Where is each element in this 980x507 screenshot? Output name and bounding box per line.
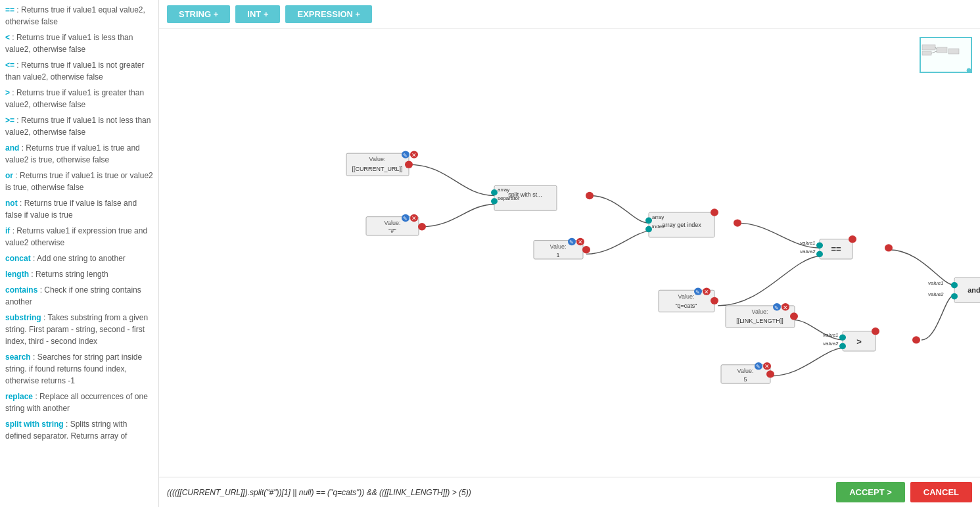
sidebar-kw-not: not [5, 199, 18, 208]
svg-point-73 [816, 242, 823, 248]
svg-text:value2: value2 [823, 341, 839, 347]
sidebar-item-lte[interactable]: <= : Returns true if value1 is not great… [5, 59, 153, 83]
svg-point-61 [790, 312, 798, 320]
bottom-buttons: ACCEPT > CANCEL [836, 482, 972, 502]
svg-text:✎: ✎ [695, 289, 700, 295]
sidebar-kw-if: if [5, 226, 10, 235]
sidebar-kw-replace: replace [5, 392, 33, 401]
svg-point-41 [645, 218, 652, 224]
sidebar-kw-eq: == [5, 5, 14, 14]
sidebar-item-if[interactable]: if : Returns value1 if expression true a… [5, 225, 153, 249]
sidebar-item-gt[interactable]: > : Returns true if value1 is greater th… [5, 87, 153, 110]
sidebar-kw-substring: substring [5, 313, 41, 322]
svg-text:[[LINK_LENGTH]]: [[LINK_LENGTH]] [736, 318, 783, 325]
sidebar-kw-length: length [5, 270, 29, 279]
sidebar-desc-gte: : Returns true if value1 is not less tha… [5, 116, 151, 137]
sidebar-desc-or: : Returns true if value1 is true or valu… [5, 171, 153, 192]
top-toolbar: STRING + INT + EXPRESSION + [159, 0, 980, 29]
svg-point-43 [645, 226, 652, 232]
svg-text:>: > [856, 337, 862, 347]
svg-text:value1: value1 [800, 240, 816, 246]
sidebar-kw-lt: < [5, 33, 10, 42]
svg-text:value2: value2 [928, 291, 944, 297]
sidebar-item-lt[interactable]: < : Returns true if value1 is less than … [5, 32, 153, 55]
svg-point-91 [951, 293, 958, 299]
sidebar-item-replace[interactable]: replace : Replace all occurrences of one… [5, 391, 153, 414]
string-add-button[interactable]: STRING + [167, 5, 230, 23]
svg-text:Value:: Value: [752, 308, 768, 315]
sidebar-item-length[interactable]: length : Returns string length [5, 268, 153, 280]
sidebar-item-gte[interactable]: >= : Returns true if value1 is not less … [5, 114, 153, 138]
svg-text:array get index: array get index [662, 222, 701, 228]
svg-text:==: == [831, 245, 841, 254]
sidebar-desc-length: : Returns string length [31, 270, 108, 279]
svg-point-22 [418, 223, 426, 230]
bottom-bar: (((([[CURRENT_URL]]).split("#"))[1] || n… [159, 477, 980, 507]
sidebar-kw-gte: >= [5, 116, 14, 125]
svg-point-80 [872, 327, 879, 335]
int-add-button[interactable]: INT + [235, 5, 280, 23]
svg-text:"#": "#" [388, 228, 396, 234]
sidebar-item-concat[interactable]: concat : Add one string to another [5, 253, 153, 264]
sidebar-item-and[interactable]: and : Returns true if value1 is true and… [5, 142, 153, 166]
svg-text:[[CURRENT_URL]]: [[CURRENT_URL]] [352, 166, 403, 172]
svg-text:5: 5 [743, 377, 747, 383]
sidebar-kw-split: split with string [5, 420, 64, 429]
sidebar-kw-or: or [5, 171, 13, 180]
sidebar-desc-lt: : Returns true if value1 is less than va… [5, 33, 133, 54]
svg-point-40 [711, 208, 718, 216]
sidebar-kw-and: and [5, 143, 19, 153]
svg-point-83 [839, 343, 846, 349]
flow-canvas: Value: [[CURRENT_URL]] ✎ ✕ Value: "#" ✎ … [159, 29, 980, 477]
svg-point-53 [711, 297, 718, 304]
svg-text:✕: ✕ [578, 239, 583, 245]
svg-text:1: 1 [556, 252, 559, 258]
accept-button[interactable]: ACCEPT > [836, 482, 905, 502]
sidebar-item-contains[interactable]: contains : Check if one string contains … [5, 284, 153, 308]
svg-text:value2: value2 [800, 249, 816, 255]
svg-point-45 [734, 219, 741, 226]
svg-point-14 [405, 161, 413, 168]
svg-text:index: index [652, 224, 665, 229]
sidebar-item-split[interactable]: split with string : Splits string with d… [5, 418, 153, 442]
svg-point-77 [885, 244, 893, 251]
main-area: == : Returns true if value1 equal value2… [0, 0, 980, 507]
sidebar-kw-lte: <= [5, 60, 14, 70]
svg-text:Value:: Value: [369, 157, 386, 163]
svg-point-69 [766, 370, 774, 377]
svg-point-25 [586, 192, 594, 199]
sidebar-desc-and: : Returns true if value1 is true and val… [5, 143, 140, 164]
svg-point-37 [582, 246, 590, 253]
svg-point-89 [951, 282, 958, 288]
svg-text:✎: ✎ [569, 239, 574, 245]
svg-text:separator: separator [498, 195, 520, 201]
sidebar-item-not[interactable]: not : Returns true if value is false and… [5, 197, 153, 221]
svg-text:✕: ✕ [783, 304, 788, 311]
sidebar-desc-if: : Returns value1 if expression true and … [5, 226, 147, 247]
svg-text:✎: ✎ [756, 364, 760, 370]
svg-text:Value:: Value: [385, 220, 401, 226]
svg-text:Value:: Value: [737, 368, 754, 374]
svg-text:✎: ✎ [774, 305, 779, 311]
sidebar-kw-contains: contains [5, 285, 37, 295]
cancel-button[interactable]: CANCEL [910, 482, 972, 502]
svg-point-72 [849, 235, 856, 243]
svg-text:✕: ✕ [411, 216, 417, 222]
sidebar-desc-lte: : Returns true if value1 is not greater … [5, 60, 144, 82]
sidebar-item-substring[interactable]: substring : Takes substring from a given… [5, 312, 153, 347]
sidebar-item-search[interactable]: search : Searches for string part inside… [5, 351, 153, 387]
sidebar-item-or[interactable]: or : Returns true if value1 is true or v… [5, 170, 153, 193]
svg-text:value1: value1 [823, 332, 839, 338]
svg-point-85 [912, 336, 920, 343]
svg-text:✕: ✕ [704, 289, 709, 295]
svg-text:✎: ✎ [403, 153, 408, 158]
sidebar: == : Returns true if value1 equal value2… [0, 0, 159, 507]
sidebar-item-eq[interactable]: == : Returns true if value1 equal value2… [5, 4, 153, 28]
svg-text:value1: value1 [928, 280, 944, 286]
svg-point-81 [839, 334, 846, 340]
expression-add-button[interactable]: EXPRESSION + [285, 5, 372, 23]
svg-text:"q=cats": "q=cats" [675, 302, 697, 309]
canvas-area: Value: [[CURRENT_URL]] ✎ ✕ Value: "#" ✎ … [159, 29, 980, 477]
sidebar-desc-not: : Returns true if value is false and fal… [5, 199, 137, 220]
svg-point-28 [491, 198, 498, 204]
